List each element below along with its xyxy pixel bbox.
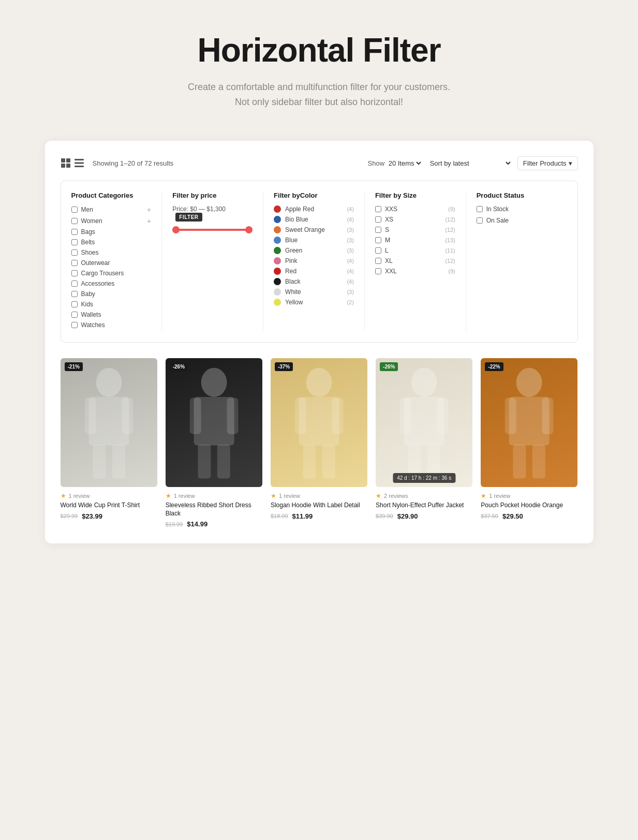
price-range-slider[interactable]	[172, 229, 253, 231]
product-card[interactable]: -22% ★ 1 review Pouch Pocket Hoodie Oran…	[481, 358, 577, 528]
list-item: Women +	[71, 217, 152, 225]
size-list: XXS (9) XS (12) S (12) M (13) L	[375, 205, 455, 275]
star-icon: ★	[481, 492, 486, 499]
svg-point-31	[516, 367, 542, 396]
category-baby-checkbox[interactable]	[71, 291, 78, 297]
expand-men-icon[interactable]: +	[147, 205, 151, 214]
size-m-checkbox[interactable]	[375, 237, 381, 243]
color-swatch[interactable]	[274, 288, 281, 296]
list-item: S (12)	[375, 226, 455, 233]
product-image: -26% 42 d : 17 h : 22 m : 36 s	[376, 358, 472, 488]
svg-rect-10	[122, 397, 133, 434]
price-filter-button[interactable]: FILTER	[175, 213, 202, 222]
range-thumb-left[interactable]	[172, 226, 180, 233]
category-men-checkbox[interactable]	[71, 207, 78, 213]
product-price: $29.99 $23.99	[61, 512, 157, 520]
product-name: Pouch Pocket Hoodie Orange	[481, 502, 577, 510]
range-thumb-right[interactable]	[245, 226, 253, 233]
product-image: -22%	[481, 358, 577, 488]
product-reviews: ★ 2 reviews	[376, 492, 472, 499]
grid-view-icon[interactable]	[61, 158, 71, 168]
size-count: (12)	[445, 227, 455, 233]
category-watches-checkbox[interactable]	[71, 322, 78, 328]
size-xl-checkbox[interactable]	[375, 258, 381, 264]
results-count: Showing 1–20 of 72 results	[93, 159, 360, 167]
status-title: Product Status	[477, 191, 557, 199]
color-swatch[interactable]	[274, 299, 281, 306]
list-item: In Stock	[477, 205, 557, 213]
discount-badge: -26%	[170, 362, 188, 371]
category-belts-checkbox[interactable]	[71, 239, 78, 245]
svg-rect-1	[66, 158, 70, 163]
color-count: (4)	[347, 206, 353, 212]
range-track	[172, 229, 253, 231]
category-kids-checkbox[interactable]	[71, 301, 78, 307]
svg-rect-21	[295, 397, 306, 434]
category-bags-checkbox[interactable]	[71, 229, 78, 235]
category-women-checkbox[interactable]	[71, 218, 78, 224]
svg-rect-3	[66, 164, 70, 168]
category-shoes-checkbox[interactable]	[71, 249, 78, 256]
size-xxs-checkbox[interactable]	[375, 206, 381, 212]
list-item: Cargo Trousers	[71, 270, 152, 277]
price-original: $39.90	[376, 513, 393, 519]
category-wallets-checkbox[interactable]	[71, 312, 78, 318]
list-item: On Sale	[477, 217, 557, 224]
discount-badge: -26%	[380, 362, 398, 371]
color-swatch[interactable]	[274, 278, 281, 285]
size-s-checkbox[interactable]	[375, 227, 381, 233]
list-item: Pink (4)	[274, 257, 354, 264]
list-item: XXS (9)	[375, 205, 455, 213]
svg-rect-2	[61, 164, 65, 168]
product-card[interactable]: -37% ★ 1 review Slogan Hoodie With Label…	[271, 358, 367, 528]
show-items-select[interactable]: 20 Items 40 Items 60 Items	[387, 159, 423, 168]
category-accessories-checkbox[interactable]	[71, 281, 78, 287]
color-swatch[interactable]	[274, 247, 281, 254]
size-l-checkbox[interactable]	[375, 247, 381, 254]
color-swatch[interactable]	[274, 237, 281, 244]
list-view-icon[interactable]	[74, 158, 84, 168]
list-item: Bio Blue (4)	[274, 216, 354, 223]
size-xxl-checkbox[interactable]	[375, 268, 381, 274]
filter-products-button[interactable]: Filter Products ▾	[517, 156, 578, 170]
list-item: Kids	[71, 301, 152, 308]
color-swatch[interactable]	[274, 205, 281, 213]
status-on-sale-checkbox[interactable]	[477, 217, 483, 224]
size-count: (13)	[445, 237, 455, 243]
category-cargo-checkbox[interactable]	[71, 270, 78, 276]
color-name: Black	[285, 278, 300, 285]
svg-rect-6	[75, 166, 84, 167]
color-title: Filter byColor	[274, 191, 354, 199]
size-count: (12)	[445, 258, 455, 264]
size-xs-checkbox[interactable]	[375, 216, 381, 223]
discount-badge: -21%	[65, 362, 83, 371]
expand-women-icon[interactable]: +	[147, 217, 151, 225]
size-label: S	[385, 226, 389, 233]
sort-select[interactable]: Sort by latest Sort by price: low to hig…	[428, 159, 512, 168]
price-sale: $23.99	[82, 512, 102, 520]
category-outerwear-checkbox[interactable]	[71, 260, 78, 266]
color-name: Apple Red	[285, 205, 314, 213]
product-name: Sleeveless Ribbed Short Dress Black	[166, 502, 262, 518]
product-price: $19.99 $14.99	[166, 520, 262, 528]
products-grid: -21% ★ 1 review World Wide Cup Print T-S…	[61, 358, 578, 528]
size-title: Filter by Size	[375, 191, 455, 199]
color-swatch[interactable]	[274, 268, 281, 275]
product-card[interactable]: -21% ★ 1 review World Wide Cup Print T-S…	[61, 358, 157, 528]
color-swatch[interactable]	[274, 216, 281, 223]
size-label: M	[385, 237, 390, 244]
list-item: Shoes	[71, 249, 152, 256]
color-name: Green	[285, 247, 302, 254]
status-in-stock-checkbox[interactable]	[477, 206, 483, 212]
list-item: Men +	[71, 205, 152, 214]
color-name: Bio Blue	[285, 216, 308, 223]
star-icon: ★	[376, 492, 381, 499]
product-card[interactable]: -26% 42 d : 17 h : 22 m : 36 s ★ 2 revie…	[376, 358, 472, 528]
color-swatch[interactable]	[274, 226, 281, 233]
size-label: L	[385, 247, 389, 254]
product-card[interactable]: -26% ★ 1 review Sleeveless Ribbed Short …	[166, 358, 262, 528]
review-count: 1 review	[174, 493, 195, 499]
svg-rect-23	[303, 445, 316, 479]
status-label: On Sale	[486, 217, 509, 224]
color-swatch[interactable]	[274, 257, 281, 264]
